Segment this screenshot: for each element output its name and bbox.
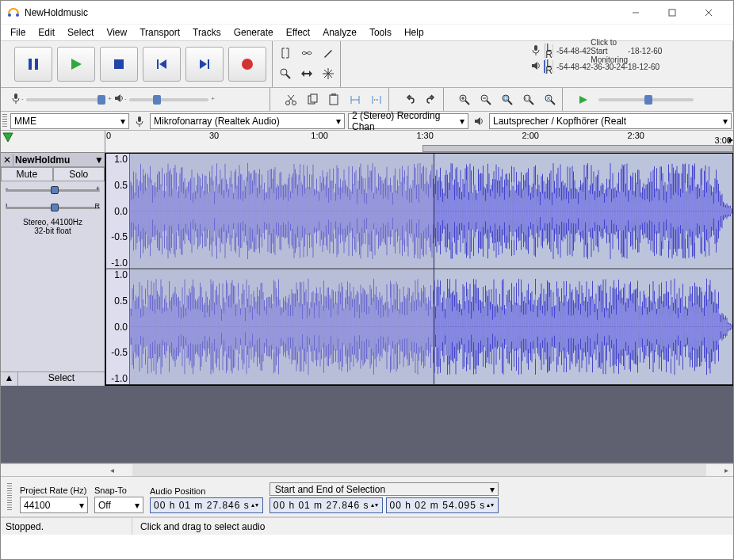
trim-icon[interactable] [344,90,365,110]
svg-marker-8 [71,59,82,70]
menu-generate[interactable]: Generate [227,25,280,40]
track-close-button[interactable]: ✕ [1,154,13,166]
recording-volume-slider[interactable]: -+ [26,98,105,101]
amplitude-scale[interactable]: 1.0 0.5 0.0 -0.5 -1.0 [106,154,130,269]
zoom-toolbar [444,88,563,111]
undo-icon[interactable] [399,90,420,110]
horizontal-scrollbar[interactable]: ◂ ▸ [1,463,733,477]
amplitude-scale[interactable]: 1.0 0.5 0.0 -0.5 -1.0 [106,269,130,384]
audio-host-dropdown[interactable]: MME▾ [10,113,129,129]
menu-file[interactable]: File [4,25,32,40]
svg-point-19 [285,101,289,105]
menu-tracks[interactable]: Tracks [186,25,227,40]
track-select-button[interactable]: Select [18,372,105,386]
selection-tool-icon[interactable] [274,43,296,63]
zoom-tool-icon[interactable] [274,63,296,84]
spinner-icon[interactable]: ▴▾ [251,503,259,508]
chevron-down-icon: ▾ [460,116,464,127]
audio-position-field[interactable]: 00 h 01 m 27.846 s▴▾ [150,497,263,513]
play-at-speed-button[interactable] [572,90,594,110]
envelope-tool-icon[interactable] [296,43,317,63]
copy-icon[interactable] [301,90,323,110]
track-collapse-button[interactable]: ▲ [1,372,18,386]
zoom-out-icon[interactable] [475,90,496,110]
close-button[interactable] [690,1,727,25]
playhead-icon[interactable] [2,132,13,143]
scroll-left-icon[interactable]: ◂ [105,466,119,474]
mic-icon [131,116,148,127]
selection-end-field[interactable]: 00 h 02 m 54.095 s▴▾ [386,497,499,513]
track-gain-slider[interactable]: - + [6,186,100,194]
svg-rect-17 [534,45,537,51]
menu-help[interactable]: Help [398,25,430,40]
pause-button[interactable] [14,47,52,82]
recording-device-dropdown[interactable]: Mikrofonarray (Realtek Audio)▾ [150,113,345,129]
stop-button[interactable] [100,47,138,82]
multi-tool-icon[interactable] [317,63,338,84]
recording-meter[interactable]: LR -54 -48 -42 Click to Start Monitoring… [545,44,546,58]
menu-tools[interactable]: Tools [363,25,398,40]
spinner-icon[interactable]: ▴▾ [487,503,495,508]
skip-start-button[interactable] [143,47,181,82]
track-menu-button[interactable]: ▼ [94,154,105,166]
toolbar-grip[interactable] [7,483,12,510]
selection-mode-dropdown[interactable]: Start and End of Selection▾ [270,482,499,496]
zoom-toggle-icon[interactable] [539,90,560,110]
zoom-in-icon[interactable] [453,90,475,110]
redo-icon[interactable] [420,90,442,110]
playback-volume-slider[interactable]: -+ [129,98,208,101]
record-button[interactable] [228,47,266,82]
track-pan-slider[interactable]: L R [6,204,100,211]
empty-track-area[interactable] [1,386,733,463]
paste-icon[interactable] [323,90,344,110]
playback-speed-slider[interactable] [598,98,694,101]
minimize-button[interactable] [617,1,654,25]
solo-button[interactable]: Solo [53,167,105,181]
maximize-button[interactable] [654,1,690,25]
chevron-down-icon: ▾ [490,484,495,495]
menu-select[interactable]: Select [61,25,100,40]
waveform-channel-right[interactable]: 1.0 0.5 0.0 -0.5 -1.0 [106,269,732,385]
selection-toolbar: Project Rate (Hz) 44100▾ Snap-To Off▾ Au… [1,477,733,517]
timeshift-tool-icon[interactable] [296,63,317,84]
fit-selection-icon[interactable] [496,90,518,110]
mute-button[interactable]: Mute [1,167,53,181]
timeline-quickplay-region[interactable] [422,145,733,152]
timeline-ruler[interactable]: 0 30 1:00 1:30 2:00 2:30 3:00 ▸ [1,131,733,153]
toolbar-grip[interactable] [2,114,7,128]
scroll-right-icon[interactable]: ▸ [720,466,733,474]
tracks-area: ✕ NewHoldmu ▼ Mute Solo - + L R Stereo, … [1,153,733,386]
project-rate-label: Project Rate (Hz) [20,486,88,495]
menu-view[interactable]: View [100,25,133,40]
track-name-label[interactable]: NewHoldmu [13,154,94,166]
meter-click-prompt[interactable]: Click to Start Monitoring [591,38,628,64]
chevron-down-icon: ▾ [336,116,341,127]
fit-project-icon[interactable] [518,90,539,110]
waveform-channel-left[interactable]: 1.0 0.5 0.0 -0.5 -1.0 [106,154,732,269]
spinner-icon[interactable]: ▴▾ [371,503,379,508]
transport-toolbar [1,41,273,87]
menu-transport[interactable]: Transport [133,25,186,40]
play-button[interactable] [57,47,95,82]
menu-edit[interactable]: Edit [32,25,61,40]
selection-start-field[interactable]: 00 h 01 m 27.846 s▴▾ [270,497,383,513]
snap-to-label: Snap-To [94,486,143,495]
speaker-icon[interactable] [527,60,545,74]
play-at-speed-toolbar [563,88,733,111]
menu-analyze[interactable]: Analyze [316,25,363,40]
cut-icon[interactable] [280,90,301,110]
playback-meter[interactable]: LR -54 -48 -42 -36 -30 -24 -18 -12 -6 0 [545,59,546,74]
timeline-scroll-right-icon[interactable]: ▸ [728,134,733,145]
project-rate-dropdown[interactable]: 44100▾ [20,497,88,513]
mic-icon[interactable] [527,44,545,58]
silence-icon[interactable] [365,90,387,110]
waveform-display[interactable]: 1.0 0.5 0.0 -0.5 -1.0 1.0 0.5 0.0 -0.5 -… [105,153,733,386]
recording-channels-dropdown[interactable]: 2 (Stereo) Recording Chan▾ [348,113,468,129]
snap-to-dropdown[interactable]: Off▾ [94,497,143,513]
playback-device-dropdown[interactable]: Lautsprecher / Kopfhörer (Realt▾ [489,113,732,129]
draw-tool-icon[interactable] [317,43,338,63]
svg-line-35 [551,101,555,105]
skip-end-button[interactable] [185,47,224,82]
menu-effect[interactable]: Effect [280,25,316,40]
svg-line-33 [529,101,533,105]
